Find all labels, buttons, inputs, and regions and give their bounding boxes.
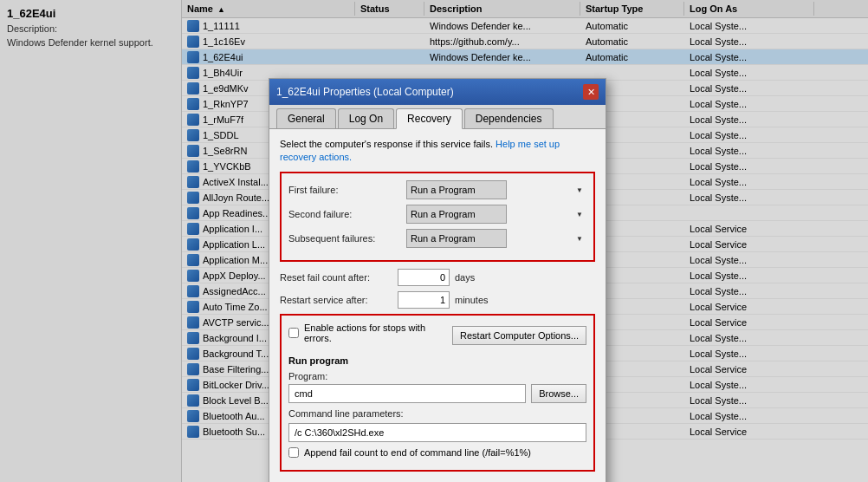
subsequent-failure-row: Subsequent failures: Run a Program Take …	[288, 229, 586, 248]
restart-service-row: Restart service after: minutes	[280, 291, 595, 309]
restart-computer-options-button[interactable]: Restart Computer Options...	[452, 326, 586, 345]
enable-actions-label: Enable actions for stops with errors.	[304, 322, 452, 343]
dialog-description: Select the computer's response if this s…	[280, 138, 595, 165]
reset-fail-label: Reset fail count after:	[280, 272, 392, 283]
dialog-close-button[interactable]: ✕	[583, 84, 599, 100]
first-failure-label: First failure:	[288, 185, 401, 195]
append-fail-row: Append fail count to end of command line…	[288, 447, 586, 458]
first-failure-select-wrapper: Run a Program Take No Action Restart the…	[406, 180, 586, 199]
second-failure-row: Second failure: Run a Program Take No Ac…	[288, 205, 586, 224]
restart-service-input[interactable]	[398, 291, 450, 309]
dialog-tabs: General Log On Recovery Dependencies	[269, 105, 606, 129]
reset-fail-unit: days	[455, 272, 475, 283]
subsequent-failure-arrow: ▼	[576, 234, 583, 242]
dialog-body: Select the computer's response if this s…	[269, 129, 606, 482]
first-failure-arrow: ▼	[576, 186, 583, 193]
second-failure-label: Second failure:	[288, 209, 401, 219]
restart-service-label: Restart service after:	[280, 295, 392, 305]
enable-actions-checkbox[interactable]	[288, 328, 299, 338]
cmdline-input[interactable]	[288, 423, 586, 442]
first-failure-row: First failure: Run a Program Take No Act…	[288, 180, 586, 199]
properties-dialog: 1_62E4ui Properties (Local Computer) ✕ G…	[269, 78, 606, 482]
subsequent-failure-select-wrapper: Run a Program Take No Action Restart the…	[406, 229, 586, 248]
run-program-title: Run program	[288, 355, 586, 366]
browse-button[interactable]: Browse...	[531, 384, 586, 403]
program-input[interactable]	[288, 384, 526, 403]
restart-service-unit: minutes	[455, 295, 489, 305]
tab-logon[interactable]: Log On	[338, 108, 394, 128]
cmdline-field-label: Command line parameters:	[288, 408, 586, 419]
failure-options-box: First failure: Run a Program Take No Act…	[280, 172, 595, 262]
second-failure-select[interactable]: Run a Program Take No Action Restart the…	[406, 205, 507, 224]
enable-actions-row: Enable actions for stops with errors.	[288, 322, 452, 343]
program-row: Browse...	[288, 384, 586, 403]
subsequent-failure-label: Subsequent failures:	[288, 233, 401, 244]
reset-fail-input[interactable]	[398, 269, 450, 286]
first-failure-select[interactable]: Run a Program Take No Action Restart the…	[406, 180, 507, 199]
dialog-title: 1_62E4ui Properties (Local Computer)	[276, 86, 454, 98]
second-failure-select-wrapper: Run a Program Take No Action Restart the…	[406, 205, 586, 224]
dialog-titlebar: 1_62E4ui Properties (Local Computer) ✕	[269, 79, 606, 105]
reset-fail-row: Reset fail count after: days	[280, 269, 595, 286]
subsequent-failure-select[interactable]: Run a Program Take No Action Restart the…	[406, 229, 507, 248]
tab-general[interactable]: General	[276, 108, 336, 128]
tab-recovery[interactable]: Recovery	[396, 108, 463, 129]
append-fail-label: Append fail count to end of command line…	[304, 447, 531, 458]
tab-dependencies[interactable]: Dependencies	[464, 108, 554, 128]
append-fail-checkbox[interactable]	[288, 447, 299, 458]
run-program-box: Enable actions for stops with errors. Re…	[280, 314, 595, 472]
second-failure-arrow: ▼	[576, 210, 583, 218]
program-field-label: Program:	[288, 371, 586, 381]
